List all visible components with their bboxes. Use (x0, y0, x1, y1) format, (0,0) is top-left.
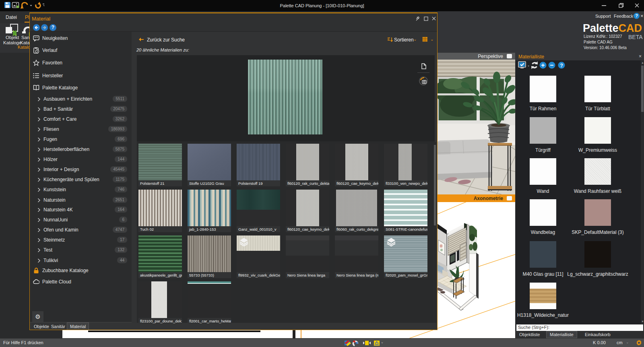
svg-text:“: “ (34, 36, 36, 40)
svg-text:”: ” (36, 36, 38, 40)
svg-text:?: ? (560, 63, 563, 68)
svg-text:Objekt: Objekt (6, 35, 19, 40)
